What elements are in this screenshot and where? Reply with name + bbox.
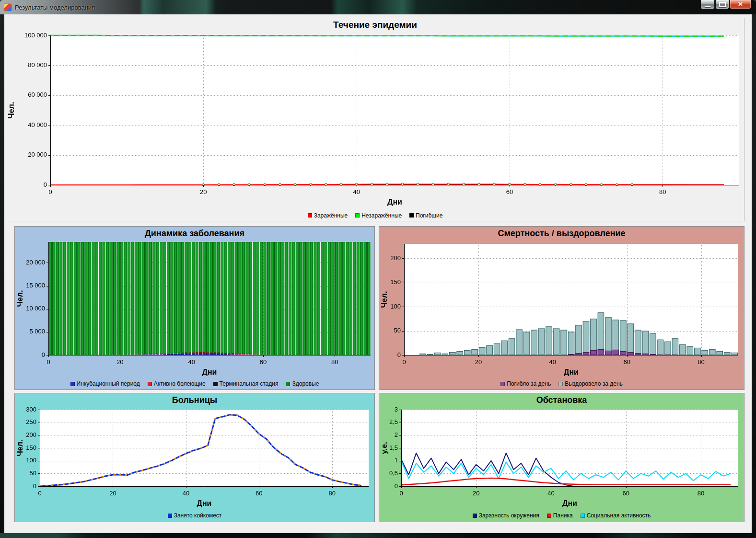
chart-title-situation: Обстановка	[379, 393, 744, 407]
legend-label: Выздоровело за день	[565, 380, 623, 387]
legend-epidemic: ЗаражённыеНезаражённыеПогибшие	[6, 210, 744, 221]
chart-dynamics	[15, 240, 374, 378]
window-bottom-edge	[0, 533, 756, 538]
legend-swatch	[148, 382, 152, 386]
chart-title-epidemic: Течение эпидемии	[6, 18, 744, 32]
legend-item: Выздоровело за день	[558, 380, 623, 387]
legend-label: Погибло за день	[507, 380, 551, 387]
chart-epidemic	[6, 32, 744, 210]
app-window: Результаты моделирования × Течение эпиде…	[0, 0, 756, 538]
legend-swatch	[168, 514, 172, 518]
panel-mortality: Смертность / выздоровление Погибло за де…	[379, 226, 744, 390]
legend-swatch	[355, 213, 360, 217]
legend-label: Погибшие	[416, 212, 442, 219]
legend-swatch	[286, 382, 290, 386]
charts-grid: Динамика заболевания Инкубационный перио…	[14, 226, 744, 522]
legend-label: Паника	[553, 512, 573, 519]
chart-mortality	[379, 240, 744, 378]
window-title: Результаты моделирования	[15, 4, 95, 11]
legend-item: Занято койкомест	[168, 512, 222, 519]
legend-hospitals: Занято койкомест	[15, 509, 374, 522]
close-button[interactable]: ×	[730, 0, 751, 9]
maximize-button[interactable]	[715, 0, 729, 9]
chart-situation	[379, 407, 744, 509]
legend-situation: Заразность окруженияПаникаСоциальная акт…	[379, 509, 744, 522]
legend-label: Заразность окружения	[479, 512, 539, 519]
title-bar[interactable]: Результаты моделирования ×	[0, 0, 756, 14]
legend-label: Незаражённые	[361, 212, 402, 219]
close-icon: ×	[738, 0, 743, 8]
panel-epidemic: Течение эпидемии ЗаражённыеНезаражённыеП…	[6, 18, 744, 221]
legend-swatch	[70, 382, 75, 386]
window-controls: ×	[700, 0, 751, 9]
legend-swatch	[500, 382, 505, 386]
chart-hospitals	[15, 407, 374, 509]
legend-swatch	[547, 514, 551, 518]
legend-item: Здоровые	[286, 380, 319, 387]
chart-title-dynamics: Динамика заболевания	[15, 227, 374, 240]
legend-item: Погибшие	[409, 212, 442, 219]
legend-swatch	[581, 514, 585, 518]
chart-title-mortality: Смертность / выздоровление	[379, 227, 744, 240]
legend-label: Инкубационный период	[77, 380, 140, 387]
legend-item: Заражённые	[308, 212, 348, 219]
legend-label: Социальная активность	[587, 512, 651, 519]
legend-swatch	[409, 213, 414, 217]
legend-item: Незаражённые	[355, 212, 402, 219]
legend-label: Заражённые	[314, 212, 348, 219]
legend-item: Заразность окружения	[473, 512, 539, 519]
app-icon	[4, 4, 12, 11]
chart-title-hospitals: Больницы	[15, 393, 374, 407]
minimize-button[interactable]	[700, 0, 715, 9]
panel-situation: Обстановка Заразность окруженияПаникаСоц…	[379, 393, 744, 522]
legend-mortality: Погибло за деньВыздоровело за день	[379, 378, 744, 389]
legend-label: Терминальная стадия	[220, 380, 279, 387]
legend-item: Паника	[547, 512, 573, 519]
legend-item: Терминальная стадия	[213, 380, 279, 387]
legend-swatch	[473, 514, 477, 518]
panel-hospitals: Больницы Занято койкомест	[14, 393, 375, 522]
maximize-icon	[719, 2, 726, 7]
legend-dynamics: Инкубационный периодАктивно болеющиеТерм…	[15, 378, 374, 389]
legend-swatch	[213, 382, 218, 386]
legend-item: Активно болеющие	[148, 380, 206, 387]
legend-label: Активно болеющие	[154, 380, 206, 387]
legend-item: Погибло за день	[500, 380, 551, 387]
legend-item: Социальная активность	[581, 512, 651, 519]
legend-swatch	[558, 382, 563, 386]
panel-dynamics: Динамика заболевания Инкубационный перио…	[14, 226, 375, 390]
legend-item: Инкубационный период	[70, 380, 140, 387]
legend-label: Здоровые	[292, 380, 319, 387]
legend-swatch	[308, 213, 312, 217]
legend-label: Занято койкомест	[174, 512, 222, 519]
minimize-icon	[705, 6, 710, 7]
client-area: Течение эпидемии ЗаражённыеНезаражённыеП…	[4, 14, 752, 533]
